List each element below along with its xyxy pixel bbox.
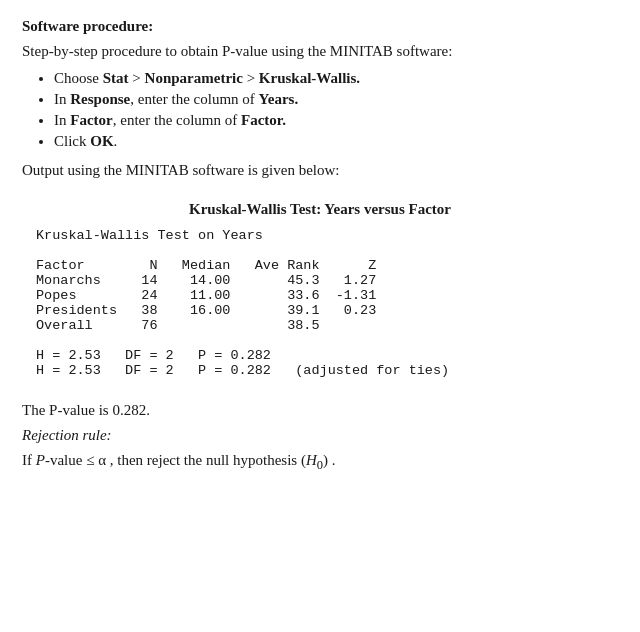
step-3: In Factor, enter the column of Factor. [54, 112, 618, 129]
rejection-label: Rejection rule: [22, 427, 618, 444]
step-4: Click OK. [54, 133, 618, 150]
output-box: Kruskal-Wallis Test: Years versus Factor… [22, 191, 618, 388]
section-title: Software procedure: [22, 18, 618, 35]
output-box-title: Kruskal-Wallis Test: Years versus Factor [36, 201, 604, 218]
mono-output: Kruskal-Wallis Test on Years Factor N Me… [36, 228, 604, 378]
p-value-result: The P-value is 0.282. [22, 402, 618, 419]
intro-text: Step-by-step procedure to obtain P-value… [22, 43, 618, 60]
procedure-list: Choose Stat > Nonparametric > Kruskal-Wa… [54, 70, 618, 150]
conclusion-text: If P-value ≤ α , then reject the null hy… [22, 452, 618, 473]
step-1: Choose Stat > Nonparametric > Kruskal-Wa… [54, 70, 618, 87]
output-intro: Output using the MINITAB software is giv… [22, 162, 618, 179]
step-2: In Response, enter the column of Years. [54, 91, 618, 108]
